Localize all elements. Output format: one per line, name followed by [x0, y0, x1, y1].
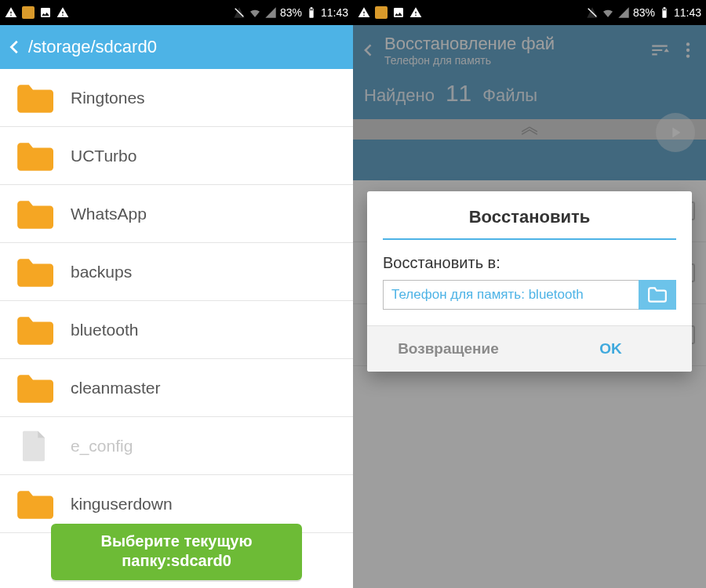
- file-row[interactable]: UCTurbo: [0, 127, 353, 185]
- file-name: Ringtones: [71, 89, 145, 107]
- folder-icon: [14, 314, 53, 347]
- wifi-icon: [249, 6, 261, 19]
- dialog-label: Восстановить в:: [367, 240, 692, 280]
- file-row[interactable]: WhatsApp: [0, 185, 353, 243]
- status-bar: 83% 11:43: [353, 0, 706, 25]
- warning-icon: [5, 6, 17, 19]
- file-row[interactable]: e_config: [0, 417, 353, 475]
- browse-folder-button[interactable]: [639, 280, 676, 310]
- file-name: WhatsApp: [71, 205, 147, 223]
- folder-icon: [14, 488, 53, 521]
- image-icon: [39, 6, 52, 19]
- path-header[interactable]: /storage/sdcard0: [0, 25, 353, 69]
- image-icon: [392, 6, 405, 19]
- status-bar: 83% 11:43: [0, 0, 353, 25]
- file-name: kinguserdown: [71, 495, 173, 514]
- battery-icon: [658, 6, 671, 19]
- svg-rect-0: [310, 10, 313, 17]
- svg-rect-1: [310, 9, 313, 10]
- clock-text: 11:43: [321, 6, 348, 19]
- file-browser-screen: 83% 11:43 /storage/sdcard0 Ringtones UCT…: [0, 0, 353, 588]
- back-icon[interactable]: [6, 38, 24, 56]
- svg-rect-3: [663, 9, 666, 10]
- battery-percent: 83%: [280, 6, 302, 19]
- select-folder-line2: папку:sdcard0: [57, 551, 296, 571]
- dialog-title: Восстановить: [383, 191, 676, 240]
- recovery-screen: 83% 11:43 Восстановление фай Телефон для…: [353, 0, 706, 588]
- signal-icon: [264, 6, 277, 19]
- file-name: backups: [71, 263, 132, 281]
- battery-percent: 83%: [633, 6, 655, 19]
- warning-icon: [358, 6, 370, 19]
- file-name: bluetooth: [71, 321, 138, 339]
- warning-icon: [56, 6, 69, 19]
- file-icon: [14, 430, 53, 463]
- folder-icon: [14, 198, 53, 230]
- folder-icon: [14, 372, 53, 405]
- dialog-ok-button[interactable]: OK: [530, 326, 692, 372]
- battery-icon: [305, 6, 318, 19]
- file-row[interactable]: Ringtones: [0, 69, 353, 127]
- notification-app-icon: [22, 6, 35, 19]
- file-row[interactable]: cleanmaster: [0, 359, 353, 417]
- restore-path-field[interactable]: [383, 280, 639, 310]
- no-sim-icon: [586, 6, 599, 19]
- file-list: Ringtones UCTurbo WhatsApp backups bluet: [0, 69, 353, 533]
- folder-icon: [14, 82, 53, 114]
- select-folder-line1: Выберите текущую: [57, 532, 296, 551]
- file-name: e_config: [71, 437, 133, 456]
- file-name: UCTurbo: [71, 147, 136, 165]
- notification-app-icon: [375, 6, 388, 19]
- folder-icon: [14, 140, 53, 172]
- file-name: cleanmaster: [71, 379, 160, 397]
- wifi-icon: [602, 6, 614, 19]
- select-folder-button[interactable]: Выберите текущую папку:sdcard0: [51, 524, 302, 580]
- dialog-cancel-button[interactable]: Возвращение: [367, 326, 530, 372]
- current-path: /storage/sdcard0: [28, 37, 157, 57]
- clock-text: 11:43: [674, 6, 701, 19]
- signal-icon: [617, 6, 630, 19]
- folder-icon: [14, 256, 53, 289]
- file-row[interactable]: backups: [0, 243, 353, 301]
- file-row[interactable]: bluetooth: [0, 301, 353, 359]
- no-sim-icon: [233, 6, 246, 19]
- svg-rect-2: [663, 10, 666, 17]
- restore-dialog: Восстановить Восстановить в: Возвращение…: [367, 191, 692, 372]
- warning-icon: [409, 6, 422, 19]
